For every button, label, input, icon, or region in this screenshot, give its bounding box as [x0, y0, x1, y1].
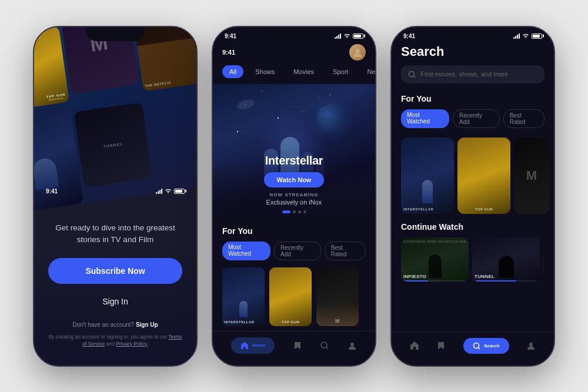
phone-notch-p3 — [443, 27, 502, 41]
search-page-title: Search — [401, 44, 544, 59]
user-avatar[interactable] — [349, 44, 366, 61]
tab-all[interactable]: All — [222, 65, 243, 78]
movie-card-topgun-p3[interactable]: TOP GUN — [457, 138, 510, 214]
account-text: Don't have an account? Sign Up — [48, 320, 182, 329]
continue-card-tunnel[interactable]: TUNNEL — [472, 237, 540, 282]
nav-profile-p3[interactable] — [526, 341, 536, 350]
phone-welcome: INTERSTELLAR TOP GUN MAVERICK M THE NETF… — [33, 26, 198, 367]
movies-row-p2: INTERSTELLAR TOP GUN M — [222, 267, 366, 326]
filter-tabs-p2: Most Watched Recently Add Best Rated — [222, 242, 366, 260]
nav-bookmark-p3[interactable] — [436, 341, 446, 350]
filter-best-rated-p2[interactable]: Best Rated — [325, 242, 366, 260]
svg-point-1 — [321, 342, 327, 348]
tab-shows[interactable]: Shows — [248, 65, 282, 78]
search-icon-p3-bar — [408, 71, 416, 78]
filter-tabs-p3: Most Watched Recently Add Best Rated — [401, 109, 544, 128]
nav-bookmark-p2[interactable] — [293, 341, 302, 350]
phone-notch-p2 — [265, 27, 323, 41]
movie-card-tunnel: TUNNEL — [74, 102, 152, 187]
svg-point-3 — [350, 343, 354, 346]
progress-bar-third — [543, 280, 544, 282]
wifi-icon-p2 — [343, 33, 350, 39]
subscribe-button[interactable]: Subscribe Now — [48, 258, 182, 284]
search-bar[interactable]: Find movies, shows, and more — [401, 65, 544, 83]
continue-watch-title: Continue Watch — [401, 222, 544, 232]
tab-news[interactable]: News — [360, 65, 375, 78]
for-you-title-p2: For You — [222, 226, 366, 236]
search-icon-p2 — [320, 341, 329, 350]
movie-card-interstellar-p3[interactable]: INTERSTELLAR — [401, 138, 454, 214]
phone1-content: Get ready to dive into the greatest stor… — [34, 222, 196, 365]
for-you-section-p2: For You Most Watched Recently Add Best R… — [213, 219, 375, 331]
signin-button[interactable]: Sign In — [48, 292, 182, 311]
spacer — [392, 286, 554, 331]
movie-card-m-p3[interactable]: M — [514, 138, 549, 214]
status-icons-p3 — [513, 33, 542, 39]
bookmark-icon-p3 — [436, 341, 446, 350]
wifi-icon-p3 — [522, 33, 529, 39]
nav-profile-p2[interactable] — [348, 341, 357, 350]
status-time-p3: 9:41 — [403, 33, 415, 39]
watch-now-button[interactable]: Watch Now — [264, 172, 325, 187]
svg-point-0 — [355, 49, 360, 53]
wifi-icon — [165, 188, 172, 194]
continue-card-third[interactable] — [543, 237, 544, 282]
hero-section-p2: Interstellar Watch Now NOW STREAMING Exc… — [213, 84, 375, 219]
profile-icon-p2 — [348, 341, 357, 350]
for-you-p3: For You Most Watched Recently Add Best R… — [392, 88, 554, 138]
status-icons — [156, 188, 185, 194]
status-time-p2: 9:41 — [225, 33, 236, 39]
hero-info: Interstellar Watch Now NOW STREAMING Exc… — [213, 154, 375, 219]
space-planet — [316, 104, 346, 133]
for-you-title-p3: For You — [401, 94, 544, 103]
phone2-inner: 9:41 9:41 — [213, 27, 375, 366]
home-icon — [240, 341, 249, 350]
search-header: Search Find movies, shows, and more — [392, 42, 554, 88]
filter-most-watched-p3[interactable]: Most Watched — [401, 109, 449, 128]
nav-search-p2[interactable] — [320, 341, 329, 350]
filter-best-rated-p3[interactable]: Best Rated — [503, 109, 544, 128]
movie-thumb-interstellar-p2[interactable]: INTERSTELLAR — [222, 267, 265, 326]
dots-indicator — [225, 210, 363, 213]
filter-recently-add-p3[interactable]: Recently Add — [453, 109, 500, 128]
signal-icon — [156, 188, 162, 194]
svg-point-8 — [529, 343, 533, 346]
category-tabs-p2: All Shows Movies Sport News — [213, 65, 375, 84]
filter-recently-add-p2[interactable]: Recently Add — [274, 242, 321, 260]
svg-line-2 — [326, 347, 328, 349]
progress-bar-tunnel — [472, 280, 540, 282]
movie-thumb-topgun-p2[interactable]: TOP GUN — [269, 267, 312, 326]
top-nav-p2: 9:41 — [213, 42, 375, 65]
continue-card-infiesto[interactable]: INFIESTO SOUNDTRACK FROM THE NETFLIX FIL… — [401, 237, 469, 282]
hero-movie-title: Interstellar — [225, 154, 363, 167]
movie-thumb-dark-p2[interactable]: M — [316, 267, 359, 326]
movies-grid-row-p3: INTERSTELLAR TOP GUN M — [392, 138, 554, 214]
signup-link[interactable]: Sign Up — [136, 321, 158, 328]
phone3-inner: 9:41 Search — [392, 27, 554, 366]
signal-icon-p3 — [513, 33, 520, 39]
battery-icon-p2 — [353, 33, 363, 39]
signal-icon-p2 — [335, 33, 341, 39]
hero-background: INTERSTELLAR TOP GUN MAVERICK M THE NETF… — [34, 27, 196, 182]
bookmark-icon — [293, 341, 302, 350]
svg-point-6 — [473, 343, 479, 348]
svg-point-4 — [409, 71, 415, 76]
status-icons-p2 — [335, 33, 363, 39]
status-time: 9:41 — [46, 188, 58, 195]
search-nav-label: Search — [484, 343, 500, 349]
exclusively-label: Exclusively on iNox — [225, 199, 363, 206]
nav-home-p3[interactable] — [410, 341, 419, 350]
continue-section: Continue Watch INFIESTO SOUNDTRACK FROM … — [392, 222, 554, 286]
status-bar-p1: 9:41 — [34, 182, 196, 197]
continue-row: INFIESTO SOUNDTRACK FROM THE NETFLIX FIL… — [401, 237, 544, 282]
welcome-text: Get ready to dive into the greatest stor… — [48, 222, 182, 246]
nav-home-p2[interactable]: Home — [231, 337, 275, 354]
svg-line-5 — [414, 76, 416, 78]
search-icon-p3-nav — [473, 342, 480, 350]
phone-home: 9:41 9:41 — [212, 26, 376, 367]
tab-movies[interactable]: Movies — [286, 65, 321, 78]
nav-search-p3[interactable]: Search — [463, 338, 509, 354]
search-input-placeholder: Find movies, shows, and more — [420, 71, 508, 78]
filter-most-watched-p2[interactable]: Most Watched — [222, 242, 270, 260]
tab-sport[interactable]: Sport — [326, 65, 355, 78]
